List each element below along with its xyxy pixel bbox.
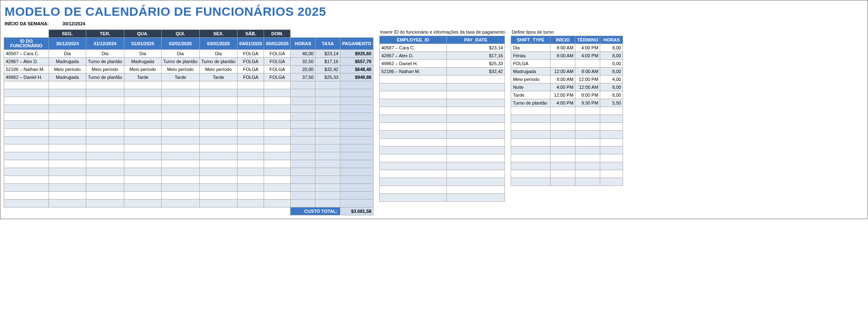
shift-start-cell[interactable]: [550, 107, 575, 115]
shift-start-cell[interactable]: [550, 162, 575, 170]
shift-cell[interactable]: [49, 184, 86, 192]
shift-cell[interactable]: [199, 137, 238, 144]
shift-cell[interactable]: [86, 89, 124, 97]
employee-id-cell[interactable]: [4, 129, 49, 137]
shift-cell[interactable]: Meio período: [161, 66, 199, 73]
shift-cell[interactable]: [199, 168, 238, 176]
shift-cell[interactable]: [264, 144, 291, 152]
shift-start-cell[interactable]: 12:00 AM: [550, 68, 575, 76]
employee-id-cell[interactable]: [4, 113, 49, 121]
emp-id-cell[interactable]: [379, 99, 446, 107]
shift-cell[interactable]: [86, 192, 124, 200]
shift-cell[interactable]: [49, 89, 86, 97]
emp-id-cell[interactable]: [379, 194, 446, 202]
employee-id-cell[interactable]: [4, 89, 49, 97]
shift-type-cell[interactable]: [511, 178, 550, 186]
shift-cell[interactable]: [264, 97, 291, 105]
shift-cell[interactable]: [238, 121, 264, 129]
week-start-value[interactable]: 30/12/2024: [63, 21, 85, 26]
emp-id-cell[interactable]: 42867 – Alex D.: [379, 52, 446, 60]
shift-cell[interactable]: [264, 168, 291, 176]
employee-id-cell[interactable]: [4, 184, 49, 192]
shift-start-cell[interactable]: [550, 139, 575, 146]
emp-rate-cell[interactable]: [446, 76, 504, 83]
shift-start-cell[interactable]: [550, 123, 575, 131]
shift-cell[interactable]: [124, 176, 161, 184]
shift-cell[interactable]: [124, 121, 161, 129]
shift-cell[interactable]: Meio período: [49, 66, 86, 73]
shift-cell[interactable]: [124, 81, 161, 89]
shift-end-cell[interactable]: 4:00 PM: [575, 52, 600, 60]
shift-type-cell[interactable]: Meio período: [511, 76, 550, 83]
shift-cell[interactable]: [86, 137, 124, 144]
shift-cell[interactable]: FOLGA: [264, 66, 291, 73]
shift-cell[interactable]: [49, 129, 86, 137]
shift-end-cell[interactable]: 4:00 PM: [575, 44, 600, 52]
shift-cell[interactable]: [124, 192, 161, 200]
shift-cell[interactable]: [264, 192, 291, 200]
employee-id-cell[interactable]: [4, 97, 49, 105]
emp-rate-cell[interactable]: [446, 107, 504, 115]
shift-cell[interactable]: [124, 89, 161, 97]
emp-rate-cell[interactable]: [446, 162, 504, 170]
shift-cell[interactable]: [199, 160, 238, 168]
shift-cell[interactable]: [49, 200, 86, 207]
shift-cell[interactable]: [238, 144, 264, 152]
emp-rate-cell[interactable]: $17,16: [446, 52, 504, 60]
shift-cell[interactable]: [161, 97, 199, 105]
shift-type-cell[interactable]: [511, 170, 550, 178]
shift-cell[interactable]: [161, 137, 199, 144]
emp-rate-cell[interactable]: $32,42: [446, 68, 504, 76]
shift-type-cell[interactable]: [511, 123, 550, 131]
shift-cell[interactable]: [49, 113, 86, 121]
employee-id-cell[interactable]: [4, 105, 49, 113]
shift-end-cell[interactable]: [575, 162, 600, 170]
shift-cell[interactable]: [86, 168, 124, 176]
shift-cell[interactable]: FOLGA: [238, 66, 264, 73]
shift-end-cell[interactable]: [575, 170, 600, 178]
emp-rate-cell[interactable]: [446, 91, 504, 99]
employee-id-cell[interactable]: 40587 – Cara C.: [4, 50, 49, 58]
shift-cell[interactable]: [124, 160, 161, 168]
shift-end-cell[interactable]: [575, 154, 600, 162]
emp-rate-cell[interactable]: [446, 115, 504, 123]
shift-end-cell[interactable]: [575, 139, 600, 146]
shift-cell[interactable]: [49, 192, 86, 200]
shift-cell[interactable]: [161, 121, 199, 129]
shift-type-cell[interactable]: [511, 154, 550, 162]
shift-cell[interactable]: FOLGA: [264, 73, 291, 81]
shift-cell[interactable]: [124, 137, 161, 144]
shift-cell[interactable]: Tarde: [199, 73, 238, 81]
shift-start-cell[interactable]: 4:00 PM: [550, 83, 575, 91]
emp-id-cell[interactable]: [379, 83, 446, 91]
shift-cell[interactable]: [161, 200, 199, 207]
shift-cell[interactable]: [86, 176, 124, 184]
shift-end-cell[interactable]: 9:30 PM: [575, 99, 600, 107]
shift-cell[interactable]: [199, 184, 238, 192]
emp-rate-cell[interactable]: [446, 194, 504, 202]
shift-cell[interactable]: FOLGA: [264, 58, 291, 66]
shift-cell[interactable]: [124, 113, 161, 121]
shift-end-cell[interactable]: 8:00 PM: [575, 91, 600, 99]
emp-id-cell[interactable]: [379, 76, 446, 83]
shift-end-cell[interactable]: 8:00 AM: [575, 68, 600, 76]
shift-type-cell[interactable]: [511, 131, 550, 139]
shift-cell[interactable]: FOLGA: [238, 50, 264, 58]
emp-id-cell[interactable]: [379, 146, 446, 154]
shift-type-cell[interactable]: Turno de plantão: [511, 99, 550, 107]
employee-id-cell[interactable]: [4, 192, 49, 200]
shift-end-cell[interactable]: [575, 146, 600, 154]
shift-type-cell[interactable]: Férias: [511, 52, 550, 60]
shift-cell[interactable]: [124, 97, 161, 105]
shift-type-cell[interactable]: Noite: [511, 83, 550, 91]
shift-end-cell[interactable]: [575, 107, 600, 115]
employee-id-cell[interactable]: 49862 – Daniel H.: [4, 73, 49, 81]
employee-id-cell[interactable]: [4, 200, 49, 207]
emp-id-cell[interactable]: [379, 162, 446, 170]
shift-cell[interactable]: [86, 81, 124, 89]
shift-start-cell[interactable]: 8:00 AM: [550, 76, 575, 83]
shift-type-cell[interactable]: Dia: [511, 44, 550, 52]
shift-cell[interactable]: [264, 129, 291, 137]
emp-rate-cell[interactable]: [446, 99, 504, 107]
shift-cell[interactable]: [124, 144, 161, 152]
